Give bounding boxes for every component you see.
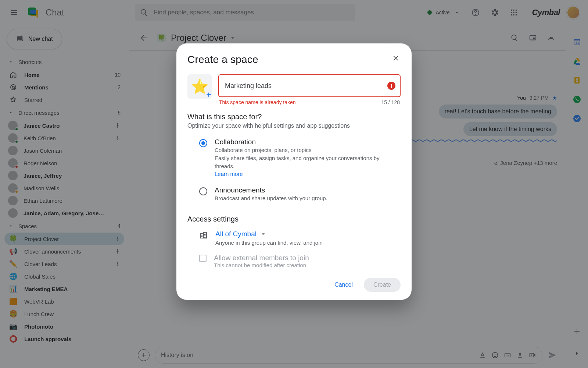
create-space-dialog: Create a space ⭐ ＋ ! This space name is … [176, 43, 412, 300]
external-desc: This cannot be modified after creation [214, 262, 309, 268]
cancel-button[interactable]: Cancel [328, 278, 359, 292]
char-count: 15 / 128 [381, 99, 400, 105]
space-emoji-picker[interactable]: ⭐ ＋ [187, 74, 212, 99]
radio-desc-line: Broadcast and share updates with your gr… [215, 194, 327, 202]
radio-desc-line: Easily share files, assign tasks, and or… [215, 155, 380, 169]
domain-icon [199, 231, 208, 240]
access-scope-label: All of Cymbal [215, 230, 257, 238]
purpose-heading: What is this space for? [187, 113, 401, 121]
close-button[interactable] [390, 52, 403, 65]
radio-desc-line: Collaborate on projects, plans, or topic… [215, 147, 311, 153]
learn-more-link[interactable]: Learn more [215, 171, 243, 177]
error-icon: ! [387, 82, 395, 90]
access-scope-desc: Anyone in this group can find, view, and… [215, 240, 323, 246]
space-name-input[interactable] [218, 74, 401, 97]
external-label: Allow external members to join [214, 254, 309, 262]
access-heading: Access settings [187, 215, 401, 223]
allow-external-checkbox: Allow external members to join This cann… [187, 249, 401, 271]
radio-button-icon [199, 139, 207, 147]
error-message: This space name is already taken [219, 99, 296, 105]
modal-overlay: Create a space ⭐ ＋ ! This space name is … [0, 0, 588, 368]
purpose-subheading: Optimize your space with helpful setting… [187, 123, 401, 129]
dialog-title: Create a space [187, 54, 401, 66]
radio-label: Announcements [215, 186, 327, 194]
plus-icon: ＋ [205, 89, 212, 99]
access-scope-selector[interactable]: All of Cymbal Anyone in this group can f… [187, 225, 401, 249]
chevron-down-icon [259, 230, 267, 238]
create-button[interactable]: Create [364, 278, 401, 292]
radio-label: Collaboration [215, 138, 401, 146]
close-icon [392, 54, 400, 62]
radio-collaboration[interactable]: Collaboration Collaborate on projects, p… [187, 135, 401, 183]
radio-announcements[interactable]: Announcements Broadcast and share update… [187, 183, 401, 208]
radio-button-icon [199, 187, 207, 195]
checkbox-icon [199, 255, 207, 262]
